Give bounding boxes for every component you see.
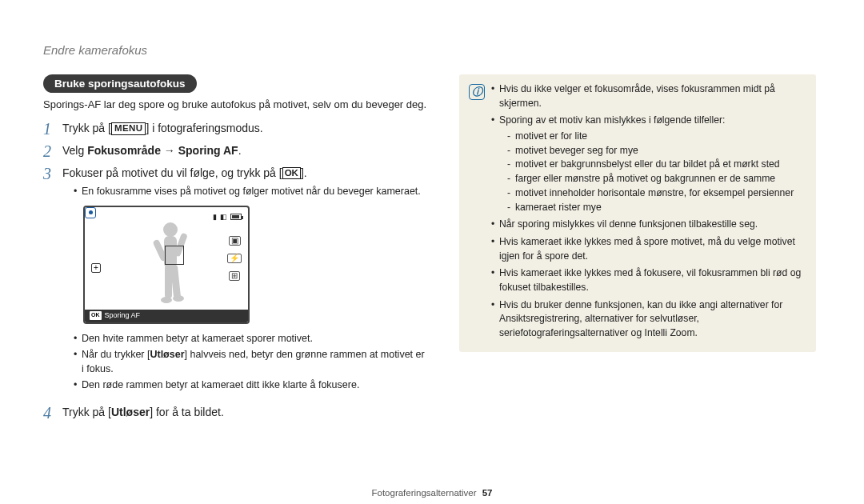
tip-item: Når sporing mislykkes vil denne funksjon… <box>491 218 806 232</box>
step-3-text: Fokuser på motivet du vil følge, og tryk… <box>62 166 307 179</box>
step-3-pre: Fokuser på motivet du vil følge, og tryk… <box>62 166 282 179</box>
step-3-post: ]. <box>301 166 307 179</box>
screen-mode-label: Sporing AF <box>105 310 141 322</box>
subject-silhouette <box>142 218 198 314</box>
step-2-post: . <box>238 144 242 157</box>
tip-subitem: motivet beveger seg for mye <box>507 144 806 158</box>
page-footer: Fotograferingsalternativer 57 <box>0 488 864 498</box>
zoom-icon <box>91 263 101 273</box>
step-number: 4 <box>43 404 62 422</box>
step-number: 3 <box>43 165 62 182</box>
tip-subitem: kameraet rister mye <box>507 201 806 215</box>
step-1-post: ] i fotograferingsmodus. <box>146 122 262 134</box>
tip-callout: ⓘ Hvis du ikke velger et fokusområde, vi… <box>459 74 816 352</box>
flash-icon: ▣ <box>229 236 241 246</box>
tip-item: Hvis kameraet ikke lykkes med å spore mo… <box>491 235 806 263</box>
camera-preview-illustration: ▮ ◧ ▣ ⚡ ⊞ <box>83 206 250 324</box>
bolt-icon: ⚡ <box>227 254 242 263</box>
step-number: 1 <box>43 120 62 138</box>
step-3-bullet: En fokusramme vises på motivet og følger… <box>74 185 427 199</box>
b3-pre: Når du trykker [ <box>82 349 150 360</box>
memory-icon: ◧ <box>220 212 227 223</box>
info-icon: ⓘ <box>469 84 485 100</box>
tip-subitem: farger eller mønstre på motivet og bakgr… <box>507 172 806 186</box>
mode-icon <box>85 207 96 218</box>
svg-point-0 <box>163 222 178 237</box>
settings-icon: ⊞ <box>229 271 240 281</box>
step-number: 2 <box>43 142 62 160</box>
svg-point-6 <box>161 297 172 303</box>
focus-frame-icon <box>165 246 184 265</box>
footer-page-number: 57 <box>482 488 493 498</box>
step-2-pre: Velg <box>62 144 87 157</box>
step-4-pre: Trykk på [ <box>62 406 111 418</box>
step-3-bullet: Den røde rammen betyr at kameraet ditt i… <box>74 378 427 393</box>
step-3-bullet: Den hvite rammen betyr at kameraet spore… <box>74 332 427 346</box>
tip-subitem: motivet inneholder horisontale mønstre, … <box>507 186 806 201</box>
tip-item: Sporing av et motiv kan mislykkes i følg… <box>491 114 806 214</box>
step-4-post: ] for å ta bildet. <box>150 406 224 418</box>
step-4-text: Trykk på [Utløser] for å ta bildet. <box>62 404 224 421</box>
step-2-bold: Fokusområde → Sporing AF <box>87 144 238 157</box>
ok-icon: OK <box>282 167 301 179</box>
tip-item: Hvis du bruker denne funksjonen, kan du … <box>491 298 806 341</box>
section-pill: Bruke sporingsautofokus <box>43 74 197 93</box>
page-title: Endre kamerafokus <box>43 43 816 57</box>
tip-subitem: motivet er bakgrunnsbelyst eller du tar … <box>507 158 806 172</box>
step-1-pre: Trykk på [ <box>62 122 111 134</box>
intro-text: Sporings-AF lar deg spore og bruke autof… <box>43 98 427 112</box>
step-1-text: Trykk på [MENU] i fotograferingsmodus. <box>62 120 263 137</box>
tip-item: Hvis du ikke velger et fokusområde, vise… <box>491 82 806 110</box>
step-2-text: Velg Fokusområde → Sporing AF. <box>62 142 242 159</box>
step-4-mid: Utløser <box>111 406 150 418</box>
signal-icon: ▮ <box>213 212 217 223</box>
footer-section: Fotograferingsalternativer <box>371 488 476 498</box>
tip-subitem: motivet er for lite <box>507 130 806 144</box>
menu-icon: MENU <box>111 122 146 135</box>
tip-t2-text: Sporing av et motiv kan mislykkes i følg… <box>499 114 725 126</box>
screen-ok-badge: OK <box>90 311 102 320</box>
b3-mid: Utløser <box>150 349 184 360</box>
step-3-bullet: Når du trykker [Utløser] halvveis ned, b… <box>74 348 427 376</box>
battery-icon <box>230 214 242 220</box>
tip-item: Hvis kameraet ikke lykkes med å fokusere… <box>491 266 806 294</box>
svg-point-7 <box>173 295 184 302</box>
